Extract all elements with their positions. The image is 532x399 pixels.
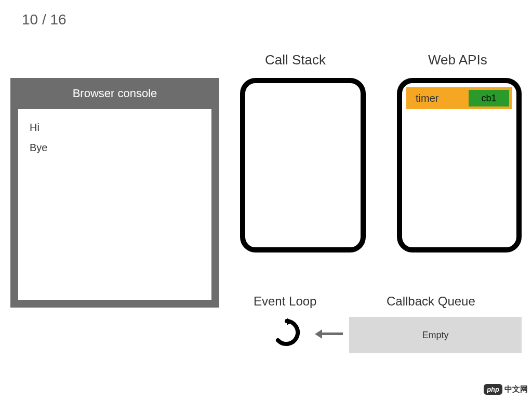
callback-queue-title: Callback Queue: [387, 294, 475, 309]
call-stack-title: Call Stack: [265, 52, 326, 68]
callback-queue-box: Empty: [349, 317, 522, 353]
callback-queue-content: Empty: [422, 330, 448, 341]
browser-console-panel: Browser console Hi Bye: [10, 78, 219, 308]
web-apis-box: timer cb1: [397, 78, 522, 252]
arrow-left-icon: [315, 330, 344, 338]
watermark-text: 中文网: [504, 384, 528, 394]
event-loop-title: Event Loop: [254, 294, 316, 309]
console-line: Bye: [30, 142, 200, 154]
watermark: php 中文网: [484, 384, 528, 395]
browser-console-title: Browser console: [10, 78, 219, 109]
page-counter: 10 / 16: [22, 11, 66, 28]
console-line: Hi: [30, 122, 200, 134]
call-stack-box: [240, 78, 366, 252]
timer-label: timer: [416, 92, 438, 104]
web-apis-title: Web APIs: [428, 52, 487, 68]
callback-badge: cb1: [469, 90, 509, 107]
page-separator: /: [42, 11, 50, 28]
event-loop-icon: [272, 318, 301, 347]
watermark-badge: php: [484, 384, 502, 395]
browser-console-body: Hi Bye: [18, 109, 211, 300]
page-current: 10: [22, 11, 38, 28]
web-api-timer-entry: timer cb1: [406, 87, 512, 109]
page-total: 16: [50, 11, 66, 28]
